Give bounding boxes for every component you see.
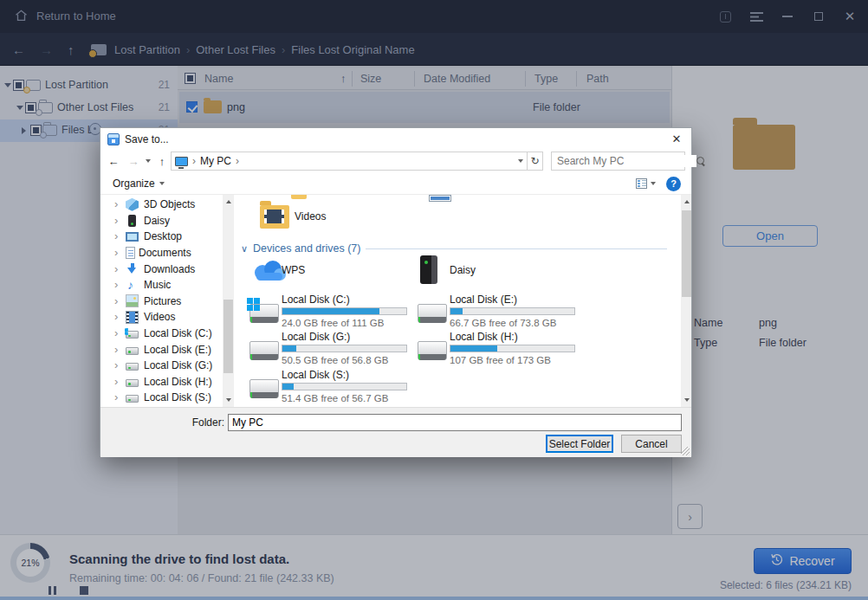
tree-item-local-disk-s[interactable]: ›Local Disk (S:) — [100, 390, 223, 406]
organize-dropdown-icon[interactable] — [159, 182, 165, 185]
videos-folder-label[interactable]: Videos — [295, 210, 326, 223]
dialog-close-button[interactable]: ✕ — [662, 128, 691, 150]
dialog-forward-button[interactable]: → — [124, 150, 143, 172]
drive-icon — [249, 379, 279, 398]
address-dropdown-icon[interactable] — [518, 159, 523, 163]
tree-item-videos[interactable]: ›Videos — [100, 309, 223, 326]
drive-icon — [418, 304, 447, 323]
tree-item-3d-objects[interactable]: ›3D Objects — [100, 197, 223, 213]
dialog-content-pane: Videos ∨ Devices and drives (7) WPS Dais… — [234, 195, 681, 407]
drive-icon — [418, 341, 447, 360]
drive-icon — [126, 347, 139, 355]
tree-item-desktop[interactable]: ›Desktop — [100, 229, 223, 245]
tree-item-local-disk-c[interactable]: ›Local Disk (C:) — [100, 326, 223, 342]
drive-icon — [126, 379, 139, 387]
dialog-search-input[interactable] — [552, 155, 696, 167]
drive-icon — [126, 395, 139, 403]
downloads-icon — [126, 262, 139, 275]
cancel-button[interactable]: Cancel — [621, 435, 682, 453]
dialog-address-bar: ← → ↑ › My PC › ↻ — [100, 150, 691, 172]
disk-usage-bar — [450, 345, 575, 352]
device-icon — [128, 215, 136, 227]
crumb-separator-icon: › — [236, 155, 239, 167]
tree-item-local-disk-g[interactable]: ›Local Disk (G:) — [100, 358, 223, 374]
tree-item-pictures[interactable]: ›Pictures — [100, 294, 223, 310]
videos-folder-icon[interactable] — [260, 205, 289, 229]
dialog-search — [551, 152, 685, 171]
app-window: Return to Home ✕ ← → ↑ Lost Partition › … — [0, 0, 868, 600]
disk-usage-bar — [450, 307, 575, 315]
disk-usage-bar — [282, 345, 407, 352]
clipped-folder-icon — [291, 195, 307, 199]
3d-objects-icon — [126, 198, 139, 211]
address-box[interactable]: › My PC › — [171, 152, 528, 171]
resize-grip[interactable] — [681, 447, 690, 455]
device-local-disk-h[interactable]: Local Disk (H:) 107 GB free of 173 GB — [418, 331, 582, 369]
help-button[interactable]: ? — [666, 177, 681, 191]
system-drive-icon — [249, 304, 279, 323]
dialog-back-button[interactable]: ← — [104, 150, 123, 172]
music-icon — [126, 279, 139, 292]
device-local-disk-s[interactable]: Local Disk (S:) 51.4 GB free of 56.7 GB — [249, 369, 414, 407]
phone-device-icon — [420, 255, 437, 284]
crumb-separator-icon: › — [192, 155, 196, 167]
folder-field-label: Folder: — [185, 416, 224, 429]
device-local-disk-g[interactable]: Local Disk (G:) 50.5 GB free of 56.8 GB — [249, 331, 414, 369]
pictures-icon — [126, 294, 139, 307]
disk-usage-bar — [282, 383, 407, 390]
dialog-up-button[interactable]: ↑ — [152, 150, 172, 172]
change-view-button[interactable] — [636, 178, 656, 189]
tree-item-downloads[interactable]: ›Downloads — [100, 261, 223, 277]
tree-item-local-disk-h[interactable]: ›Local Disk (H:) — [100, 374, 223, 390]
save-dialog-icon — [107, 133, 120, 145]
tree-item-music[interactable]: ›Music — [100, 277, 223, 294]
select-folder-button[interactable]: Select Folder — [546, 435, 613, 453]
tree-item-local-disk-e[interactable]: ›Local Disk (E:) — [100, 341, 223, 358]
dialog-footer: Folder: Select Folder Cancel — [100, 407, 691, 457]
system-drive-icon — [126, 331, 139, 339]
content-scrollbar[interactable] — [681, 195, 691, 407]
dialog-toolbar: Organize ? — [100, 172, 691, 195]
organize-button[interactable]: Organize — [113, 177, 155, 190]
address-location[interactable]: My PC — [200, 155, 231, 167]
device-daisy[interactable]: Daisy — [418, 255, 582, 294]
devices-and-drives-section[interactable]: ∨ Devices and drives (7) — [241, 242, 672, 255]
videos-icon — [126, 311, 139, 324]
tree-item-daisy[interactable]: ›Daisy — [100, 213, 223, 229]
save-to-dialog: Save to... ✕ ← → ↑ › My PC › ↻ Organiz — [100, 127, 692, 456]
tree-scrollbar[interactable] — [223, 195, 234, 407]
dialog-title: Save to... — [125, 133, 169, 145]
dialog-body: ›3D Objects ›Daisy ›Desktop ›Documents ›… — [100, 195, 691, 407]
device-wps[interactable]: WPS — [249, 257, 414, 295]
section-label: Devices and drives (7) — [253, 242, 360, 255]
device-local-disk-c[interactable]: Local Disk (C:) 24.0 GB free of 111 GB — [249, 294, 414, 332]
section-collapse-icon[interactable]: ∨ — [241, 243, 248, 255]
tree-item-documents[interactable]: ›Documents — [100, 245, 223, 261]
refresh-button[interactable]: ↻ — [528, 152, 543, 171]
clipped-folder-icon — [429, 195, 451, 202]
disk-usage-bar — [282, 307, 407, 315]
desktop-icon — [126, 232, 139, 242]
drive-icon — [126, 363, 139, 371]
my-pc-icon — [175, 157, 188, 166]
device-local-disk-e[interactable]: Local Disk (E:) 66.7 GB free of 73.8 GB — [418, 294, 582, 332]
drive-icon — [249, 341, 279, 360]
documents-icon — [126, 247, 135, 259]
dialog-titlebar: Save to... ✕ — [100, 128, 691, 150]
dialog-folder-tree: ›3D Objects ›Daisy ›Desktop ›Documents ›… — [100, 197, 223, 407]
folder-name-input[interactable] — [228, 414, 682, 431]
view-icon — [636, 178, 647, 189]
